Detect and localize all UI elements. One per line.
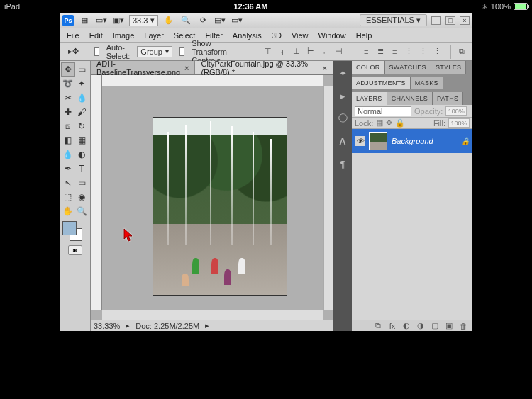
layer-visibility-icon[interactable]: 👁 [355,136,365,146]
doc-tab-1[interactable]: ADH-BaselineTransverse.png× [91,61,195,74]
vertical-scrollbar[interactable] [323,86,333,310]
menu-help[interactable]: Help [356,31,372,40]
paths-tab[interactable]: PATHS [433,92,463,105]
menu-image[interactable]: Image [113,31,135,40]
align-right-icon[interactable]: ⊣ [333,46,345,57]
menu-file[interactable]: File [67,31,79,40]
workspace-switcher[interactable]: ESSENTIALS ▾ [360,14,427,26]
marquee-tool[interactable]: ▭ [75,62,89,77]
channels-tab[interactable]: CHANNELS [387,92,433,105]
menu-edit[interactable]: Edit [89,31,103,40]
dist-hcenter-icon[interactable]: ⋮ [416,46,429,57]
layers-tab[interactable]: LAYERS [352,92,387,105]
align-hcenter-icon[interactable]: ⫟ [318,46,331,57]
zoom-level-input[interactable]: 33.3▾ [129,15,158,26]
swatches-tab[interactable]: SWATCHES [385,61,431,74]
actions-panel-icon[interactable]: ▸ [336,89,349,102]
layer-fx-icon[interactable]: fx [387,322,397,330]
close-button[interactable]: × [460,16,470,25]
layer-thumbnail[interactable] [369,132,387,150]
auto-select-checkbox[interactable] [94,47,99,56]
foreground-color-swatch[interactable] [62,221,77,235]
lock-pixels-icon[interactable]: ▦ [376,118,383,128]
type-tool[interactable]: T [75,162,89,176]
menu-window[interactable]: Window [318,31,346,40]
bridge-icon[interactable]: ▦ [78,15,91,26]
quick-mask-button[interactable]: ◙ [68,245,82,255]
minimize-button[interactable]: – [431,16,441,25]
zoom-tool[interactable]: 🔍 [75,204,89,218]
layout-icon[interactable]: ▭▾ [95,15,108,26]
dist-vcenter-icon[interactable]: ≣ [374,46,387,57]
info-panel-icon[interactable]: ⓘ [336,112,349,125]
group-icon[interactable]: ▢ [430,321,440,330]
horizontal-scrollbar[interactable] [102,310,323,320]
crop-tool[interactable]: ✂ [61,91,75,105]
wand-tool[interactable]: ✦ [75,77,89,91]
status-zoom[interactable]: 33.33% [94,322,120,330]
3d-tool[interactable]: ⬚ [61,190,75,204]
lasso-tool[interactable]: ➰ [61,77,75,91]
pen-tool[interactable]: ✒ [61,162,75,176]
align-vcenter-icon[interactable]: ⫞ [276,46,289,57]
dist-left-icon[interactable]: ⋮ [402,46,415,57]
move-tool[interactable]: ✥ [61,62,75,77]
status-menu-icon[interactable]: ▸ [205,321,209,330]
eraser-tool[interactable]: ◧ [61,133,75,147]
menu-layer[interactable]: Layer [144,31,164,40]
new-layer-icon[interactable]: ▣ [444,321,454,330]
align-top-icon[interactable]: ⊤ [262,46,275,57]
menu-3d[interactable]: 3D [272,31,282,40]
move-tool-preset-icon[interactable]: ▸✥ [67,46,79,57]
delete-layer-icon[interactable]: 🗑 [458,322,468,330]
arrange-docs-icon[interactable]: ▤▾ [214,15,226,26]
adjustment-layer-icon[interactable]: ◑ [416,321,426,330]
menu-view[interactable]: View [292,31,309,40]
rotate-view-icon[interactable]: ⟳ [196,15,209,26]
adjustments-tab[interactable]: ADJUSTMENTS [352,77,411,89]
blend-mode-select[interactable]: Normal [355,106,411,116]
layer-row-background[interactable]: 👁 Background 🔒 [352,129,472,153]
auto-align-icon[interactable]: ⧉ [458,46,465,57]
fill-value[interactable]: 100% [448,118,470,128]
canvas-area[interactable] [91,75,333,320]
doc-tab-2[interactable]: CityParkFountain.jpg @ 33.3% (RGB/8) *× [195,61,333,74]
align-bottom-icon[interactable]: ⊥ [290,46,303,57]
shape-tool[interactable]: ▭ [75,176,89,190]
close-tab-icon[interactable]: × [184,64,189,72]
opacity-value[interactable]: 100% [445,106,467,116]
lock-all-icon[interactable]: 🔒 [395,118,405,128]
ruler-origin[interactable] [91,75,102,86]
paragraph-panel-icon[interactable]: ¶ [336,157,349,170]
styles-tab[interactable]: STYLES [431,61,466,74]
dist-top-icon[interactable]: ≡ [360,46,372,57]
dist-right-icon[interactable]: ⋮ [431,46,443,57]
layer-mask-icon[interactable]: ◐ [401,321,411,330]
hand-tool-icon[interactable]: ✋ [162,15,175,26]
color-tab[interactable]: COLOR [352,61,385,74]
blur-tool[interactable]: 💧 [61,147,75,162]
path-select-tool[interactable]: ↖ [61,176,75,190]
zoom-tool-icon[interactable]: 🔍 [179,15,192,26]
hand-tool[interactable]: ✋ [61,204,75,218]
dodge-tool[interactable]: ◐ [75,147,89,162]
horizontal-ruler[interactable] [102,75,323,86]
auto-select-dropdown[interactable]: Group ▾ [137,46,172,57]
stamp-tool[interactable]: ⧇ [61,119,75,133]
align-left-icon[interactable]: ⊢ [304,46,317,57]
image-content[interactable] [153,118,287,295]
show-transform-checkbox[interactable] [179,47,184,56]
character-panel-icon[interactable]: A [336,135,349,147]
brush-tool[interactable]: 🖌 [75,105,89,119]
color-swatches[interactable] [61,221,89,241]
lock-position-icon[interactable]: ✥ [386,118,392,128]
history-brush-tool[interactable]: ↻ [75,119,89,133]
3d-camera-tool[interactable]: ◉ [75,190,89,204]
eyedropper-tool[interactable]: 💧 [75,91,89,105]
gradient-tool[interactable]: ▦ [75,133,89,147]
document-canvas[interactable] [102,86,323,310]
layer-name[interactable]: Background [392,137,433,145]
dist-bottom-icon[interactable]: ≡ [388,46,401,57]
status-arrow-icon[interactable]: ▸ [126,321,130,330]
maximize-button[interactable]: □ [445,16,455,25]
